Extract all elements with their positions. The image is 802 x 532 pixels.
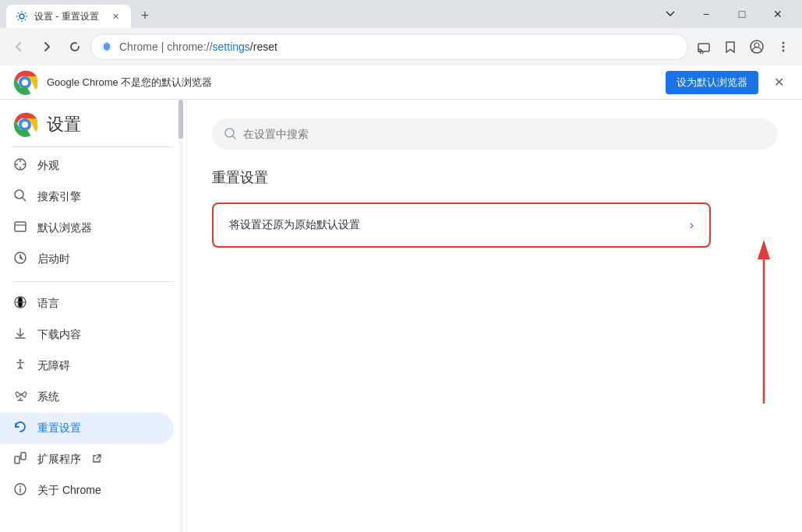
sidebar-item-appearance[interactable]: 外观 xyxy=(0,150,174,181)
titlebar-left: 设置 - 重置设置 ✕ + xyxy=(6,0,652,28)
forward-button[interactable] xyxy=(34,34,59,59)
sidebar-item-label-downloads: 下载内容 xyxy=(37,328,81,342)
address-reset: /reset xyxy=(250,41,277,53)
download-icon xyxy=(12,326,28,344)
sidebar-item-label-appearance: 外观 xyxy=(37,159,59,173)
system-icon xyxy=(12,389,28,406)
reset-settings-card: 将设置还原为原始默认设置 › xyxy=(212,203,711,248)
svg-point-11 xyxy=(22,122,28,128)
sidebar-scrollbar-thumb xyxy=(178,100,183,139)
svg-rect-2 xyxy=(698,44,709,51)
profile-button[interactable] xyxy=(744,34,769,59)
accessibility-icon xyxy=(12,358,28,375)
restore-defaults-text: 将设置还原为原始默认设置 xyxy=(229,218,360,232)
sidebar-item-label-browser: 默认浏览器 xyxy=(37,221,92,235)
titlebar: 设置 - 重置设置 ✕ + − □ ✕ xyxy=(0,0,802,28)
sidebar: 设置 外观 搜索引擎 默认浏览器 启 xyxy=(0,100,187,532)
sidebar-item-reset[interactable]: 重置设置 xyxy=(0,413,174,444)
menu-button[interactable] xyxy=(771,34,796,59)
sidebar-item-about[interactable]: 关于 Chrome xyxy=(0,475,174,506)
svg-point-22 xyxy=(19,486,21,488)
bookmark-button[interactable] xyxy=(718,34,743,59)
sidebar-item-label-startup: 启动时 xyxy=(37,252,70,266)
infobar-message: Google Chrome 不是您的默认浏览器 xyxy=(47,76,656,90)
sidebar-title: 设置 xyxy=(47,113,81,136)
back-button[interactable] xyxy=(6,34,31,59)
about-icon xyxy=(12,482,28,499)
content-title: 重置设置 xyxy=(212,168,777,187)
address-settings: settings xyxy=(213,41,250,53)
window-chevron-btn[interactable] xyxy=(652,0,688,28)
content-area: 重置设置 将设置还原为原始默认设置 › xyxy=(187,100,802,532)
sidebar-scrollbar[interactable] xyxy=(178,100,183,532)
sidebar-item-search[interactable]: 搜索引擎 xyxy=(0,181,174,213)
sidebar-item-startup[interactable]: 启动时 xyxy=(0,244,174,275)
sidebar-item-label-about: 关于 Chrome xyxy=(37,484,101,498)
new-tab-button[interactable]: + xyxy=(134,5,156,26)
address-chrome: Chrome xyxy=(119,41,158,53)
tab-strip: 设置 - 重置设置 ✕ + xyxy=(6,0,156,28)
sidebar-item-label-reset: 重置设置 xyxy=(37,421,81,435)
sidebar-item-extensions[interactable]: 扩展程序 xyxy=(0,444,174,475)
sidebar-item-downloads[interactable]: 下载内容 xyxy=(0,319,174,351)
sidebar-item-accessibility[interactable]: 无障碍 xyxy=(0,351,174,382)
startup-icon xyxy=(12,251,28,268)
cast-button[interactable] xyxy=(691,34,716,59)
sidebar-item-system[interactable]: 系统 xyxy=(0,382,174,413)
settings-search-input[interactable] xyxy=(243,128,765,140)
svg-point-7 xyxy=(783,50,785,52)
svg-point-18 xyxy=(19,359,22,361)
toolbar: Chrome | chrome://settings/reset xyxy=(0,28,802,65)
browser-icon xyxy=(12,220,28,237)
restore-defaults-item[interactable]: 将设置还原为原始默认设置 › xyxy=(214,204,709,246)
reset-icon xyxy=(12,420,28,437)
sidebar-header: 设置 xyxy=(0,100,186,143)
security-icon xyxy=(101,41,113,53)
sidebar-item-browser[interactable]: 默认浏览器 xyxy=(0,213,174,244)
svg-point-6 xyxy=(783,46,785,48)
main-area: 设置 外观 搜索引擎 默认浏览器 启 xyxy=(0,100,802,532)
sidebar-item-label-search: 搜索引擎 xyxy=(37,190,81,204)
infobar: Google Chrome 不是您的默认浏览器 设为默认浏览器 ✕ xyxy=(0,65,802,100)
reload-button[interactable] xyxy=(62,34,87,59)
search-icon xyxy=(224,128,237,140)
svg-rect-14 xyxy=(15,222,26,231)
svg-rect-19 xyxy=(15,456,19,463)
tab-favicon xyxy=(16,10,28,23)
svg-rect-20 xyxy=(21,453,26,460)
window-controls: − □ ✕ xyxy=(652,0,796,28)
sidebar-item-label-system: 系统 xyxy=(37,390,59,404)
address-bar[interactable]: Chrome | chrome://settings/reset xyxy=(90,33,688,60)
svg-marker-25 xyxy=(758,240,770,259)
address-text: Chrome | chrome://settings/reset xyxy=(119,41,678,53)
appearance-icon xyxy=(12,157,28,174)
chrome-logo-icon xyxy=(12,70,37,95)
language-icon xyxy=(12,295,28,312)
svg-point-9 xyxy=(22,79,28,86)
extensions-icon xyxy=(12,451,28,468)
svg-point-5 xyxy=(783,42,785,44)
sidebar-divider xyxy=(12,146,174,147)
set-default-browser-button[interactable]: 设为默认浏览器 xyxy=(666,71,758,94)
sidebar-chrome-logo xyxy=(12,112,37,137)
sidebar-divider-2 xyxy=(12,281,174,282)
search-engine-icon xyxy=(12,188,28,206)
sidebar-item-label-language: 语言 xyxy=(37,297,59,311)
sidebar-item-label-extensions: 扩展程序 xyxy=(37,453,81,467)
sidebar-item-label-accessibility: 无障碍 xyxy=(37,359,70,373)
active-tab[interactable]: 设置 - 重置设置 ✕ xyxy=(6,5,131,28)
tab-close-btn[interactable]: ✕ xyxy=(109,10,122,23)
settings-search-bar[interactable] xyxy=(212,118,777,150)
svg-point-0 xyxy=(19,14,24,19)
window-close-btn[interactable]: ✕ xyxy=(760,0,796,28)
toolbar-right xyxy=(691,34,796,59)
tab-title: 设置 - 重置设置 xyxy=(34,10,103,23)
extensions-external-icon xyxy=(92,453,101,466)
infobar-close-button[interactable]: ✕ xyxy=(768,72,790,93)
restore-defaults-arrow: › xyxy=(690,218,694,232)
window-maximize-btn[interactable]: □ xyxy=(724,0,760,28)
sidebar-item-language[interactable]: 语言 xyxy=(0,288,174,319)
window-minimize-btn[interactable]: − xyxy=(688,0,724,28)
